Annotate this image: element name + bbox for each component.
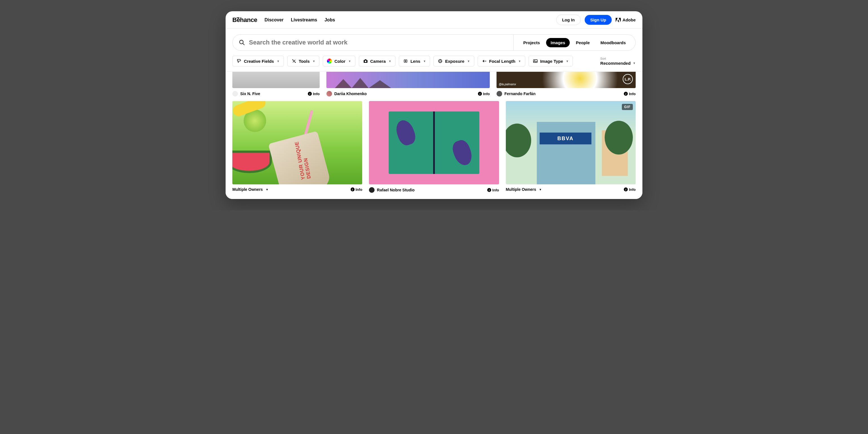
svg-point-5 bbox=[365, 61, 366, 62]
project-thumbnail[interactable]: YOUR UNIQUE DESIGN bbox=[232, 101, 362, 185]
info-link[interactable]: i Info bbox=[624, 188, 636, 192]
filter-label: Image Type bbox=[540, 59, 563, 64]
filter-label: Tools bbox=[299, 59, 310, 64]
card-meta: Multiple Owners ▼ i Info bbox=[232, 185, 362, 196]
adobe-icon bbox=[616, 18, 621, 22]
owner-block[interactable]: Dariia Khomenko bbox=[327, 91, 367, 97]
chevron-down-icon: ▼ bbox=[539, 188, 542, 191]
card-meta: Fernando Farfán i Info bbox=[497, 88, 636, 101]
filter-label: Color bbox=[334, 59, 345, 64]
card-meta: Six N. Five i Info bbox=[232, 88, 320, 101]
chevron-down-icon: ▼ bbox=[277, 60, 280, 63]
card: @la.palmamx L.P. Fernando Farfán i Info bbox=[497, 72, 636, 101]
info-icon: i bbox=[624, 92, 628, 96]
illustration-element bbox=[450, 138, 475, 167]
filter-exposure[interactable]: Exposure ▼ bbox=[433, 56, 474, 66]
sort-block: Sort Recommended ▼ bbox=[600, 57, 636, 66]
signup-button[interactable]: Sign Up bbox=[585, 15, 612, 25]
svg-point-3 bbox=[295, 62, 296, 63]
tab-images[interactable]: Images bbox=[546, 38, 570, 47]
owner-block[interactable]: Six N. Five bbox=[232, 91, 260, 97]
card-meta: Dariia Khomenko i Info bbox=[327, 88, 490, 101]
lens-icon bbox=[403, 59, 408, 64]
info-link[interactable]: i Info bbox=[308, 92, 320, 96]
svg-point-8 bbox=[405, 61, 406, 62]
info-label: Info bbox=[629, 92, 636, 96]
filter-tools[interactable]: Tools ▼ bbox=[287, 56, 320, 66]
filter-label: Creative Fields bbox=[244, 59, 274, 64]
cup-text: YOUR UNIQUE DESIGN bbox=[293, 136, 312, 180]
aperture-icon bbox=[438, 59, 443, 64]
owner-block[interactable]: Multiple Owners ▼ bbox=[506, 187, 542, 192]
card: BBVA GIF Multiple Owners ▼ i Info bbox=[506, 101, 636, 197]
owner-name: Six N. Five bbox=[240, 92, 260, 96]
adobe-label: Adobe bbox=[622, 18, 636, 22]
login-button[interactable]: Log In bbox=[556, 14, 581, 25]
filter-focal-length[interactable]: Focal Length ▼ bbox=[478, 56, 525, 66]
search-input[interactable] bbox=[249, 39, 507, 46]
filter-label: Lens bbox=[410, 59, 420, 64]
owner-block[interactable]: Fernando Farfán bbox=[497, 91, 535, 97]
chevron-down-icon: ▼ bbox=[566, 60, 569, 63]
illustration-element bbox=[605, 121, 633, 155]
filter-label: Camera bbox=[370, 59, 386, 64]
filter-creative-fields[interactable]: Creative Fields ▼ bbox=[232, 56, 284, 66]
project-thumbnail[interactable] bbox=[232, 72, 320, 88]
avatar bbox=[327, 91, 332, 97]
nav-livestreams[interactable]: Livestreams bbox=[291, 18, 317, 23]
owner-name: Multiple Owners bbox=[232, 187, 263, 192]
adobe-link[interactable]: Adobe bbox=[616, 18, 636, 22]
card: Six N. Five i Info bbox=[232, 72, 320, 101]
tab-projects[interactable]: Projects bbox=[519, 38, 545, 47]
card: Dariia Khomenko i Info bbox=[327, 72, 490, 101]
chevron-down-icon: ▼ bbox=[518, 60, 521, 63]
chevron-down-icon: ▼ bbox=[389, 60, 392, 63]
topbar-right: Log In Sign Up Adobe bbox=[556, 14, 636, 25]
owner-block[interactable]: Multiple Owners ▼ bbox=[232, 187, 269, 192]
project-thumbnail[interactable] bbox=[327, 72, 490, 88]
filter-lens[interactable]: Lens ▼ bbox=[399, 56, 430, 66]
filter-color[interactable]: Color ▼ bbox=[323, 56, 355, 66]
sort-dropdown[interactable]: Recommended ▼ bbox=[600, 61, 636, 66]
owner-block[interactable]: Rafael Nobre Studio bbox=[369, 187, 414, 193]
card-meta: Multiple Owners ▼ i Info bbox=[506, 185, 636, 196]
tab-people[interactable]: People bbox=[571, 38, 594, 47]
ribbon-icon bbox=[237, 59, 242, 64]
nav-jobs[interactable]: Jobs bbox=[324, 18, 335, 23]
project-thumbnail[interactable]: @la.palmamx L.P. bbox=[497, 72, 636, 88]
sort-label: Sort bbox=[600, 57, 606, 60]
filters-row: Creative Fields ▼ Tools ▼ Color ▼ Camera… bbox=[225, 51, 643, 72]
info-link[interactable]: i Info bbox=[351, 188, 363, 192]
svg-line-1 bbox=[243, 43, 244, 45]
gallery-row: YOUR UNIQUE DESIGN Multiple Owners ▼ i I… bbox=[225, 101, 643, 199]
project-thumbnail[interactable] bbox=[369, 101, 499, 185]
avatar bbox=[497, 91, 502, 97]
svg-point-2 bbox=[292, 59, 293, 60]
tab-moodboards[interactable]: Moodboards bbox=[596, 38, 630, 47]
info-icon: i bbox=[308, 92, 312, 96]
sign-text: BBVA bbox=[539, 133, 592, 144]
nav-discover[interactable]: Discover bbox=[265, 18, 284, 23]
card: Rafael Nobre Studio i Info bbox=[369, 101, 499, 197]
filter-image-type[interactable]: Image Type ▼ bbox=[529, 56, 573, 66]
search-icon bbox=[239, 39, 245, 45]
project-thumbnail[interactable]: BBVA GIF bbox=[506, 101, 636, 185]
illustration-element bbox=[506, 124, 531, 157]
avatar bbox=[232, 91, 238, 97]
image-icon bbox=[533, 59, 538, 64]
behance-logo[interactable]: Bēhance bbox=[232, 16, 257, 24]
owner-name: Dariia Khomenko bbox=[334, 92, 367, 96]
gif-badge: GIF bbox=[622, 104, 633, 110]
info-link[interactable]: i Info bbox=[624, 92, 636, 96]
illustration-element bbox=[393, 118, 418, 147]
info-link[interactable]: i Info bbox=[487, 188, 499, 192]
app-window: Bēhance Discover Livestreams Jobs Log In… bbox=[225, 11, 643, 199]
gallery-row-partial: Six N. Five i Info Dariia Khomenko bbox=[225, 72, 643, 101]
filter-camera[interactable]: Camera ▼ bbox=[359, 56, 396, 66]
info-label: Info bbox=[313, 92, 320, 96]
chevron-down-icon: ▼ bbox=[313, 60, 315, 63]
info-link[interactable]: i Info bbox=[478, 92, 490, 96]
info-icon: i bbox=[478, 92, 482, 96]
avatar bbox=[369, 187, 375, 193]
info-icon: i bbox=[624, 188, 628, 191]
